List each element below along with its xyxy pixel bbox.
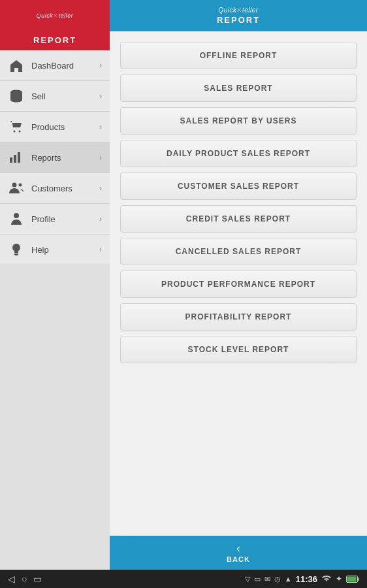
- notification-icon: ▽: [245, 575, 250, 583]
- main-content: Quick✕teller REPORT DashBoard ›: [0, 0, 367, 570]
- svg-point-2: [19, 131, 21, 133]
- svg-rect-4: [14, 155, 16, 163]
- sidebar-item-reports[interactable]: Reports ›: [0, 142, 110, 173]
- bulb-icon: [8, 241, 25, 258]
- sidebar-item-label: Profile: [31, 214, 99, 224]
- screen-icon: ▭: [254, 575, 261, 583]
- sidebar-item-label: Help: [31, 245, 99, 255]
- logo-brand: Quick✕teller: [37, 12, 74, 19]
- profitability-button[interactable]: PROFITABILITY REPORT: [120, 303, 357, 331]
- sidebar-logo: Quick✕teller: [37, 12, 74, 19]
- report-list: OFFLINE REPORT SALES REPORT SALES REPORT…: [110, 31, 367, 363]
- sidebar-item-label: Customers: [31, 184, 99, 193]
- sidebar-item-products[interactable]: Products ›: [0, 112, 110, 142]
- svg-point-8: [14, 213, 19, 218]
- battery-icon: [346, 576, 359, 583]
- status-left: ◁ ○ ▭: [8, 574, 42, 584]
- database-icon: [8, 88, 25, 105]
- right-header: Quick✕teller REPORT: [110, 0, 367, 31]
- credit-sales-button[interactable]: CREDIT SALES REPORT: [120, 205, 357, 233]
- svg-point-7: [19, 184, 22, 187]
- signal-icon: ▲: [285, 575, 292, 583]
- bluetooth-icon: ✦: [336, 574, 342, 583]
- chevron-right-icon: ›: [99, 214, 102, 223]
- sidebar-item-help[interactable]: Help ›: [0, 235, 110, 265]
- back-system-icon[interactable]: ◁: [8, 574, 15, 584]
- back-button[interactable]: ‹ BACK: [227, 542, 250, 563]
- svg-point-1: [14, 131, 16, 133]
- svg-point-6: [12, 183, 17, 188]
- svg-rect-11: [347, 576, 357, 581]
- sidebar-item-sell[interactable]: Sell ›: [0, 81, 110, 112]
- sidebar-item-label: DashBoard: [31, 61, 99, 71]
- right-panel-title: REPORT: [217, 15, 260, 25]
- back-arrow-icon: ‹: [236, 542, 240, 554]
- chevron-right-icon: ›: [99, 122, 102, 131]
- people-icon: [8, 180, 25, 197]
- sidebar: Quick✕teller REPORT DashBoard ›: [0, 0, 110, 570]
- sidebar-header: Quick✕teller: [0, 0, 110, 31]
- sidebar-item-customers[interactable]: Customers ›: [0, 173, 110, 204]
- cancelled-sales-button[interactable]: CANCELLED SALES REPORT: [120, 238, 357, 265]
- home-system-icon[interactable]: ○: [22, 574, 27, 584]
- sidebar-item-label: Sell: [31, 91, 99, 101]
- right-header-inner: Quick✕teller REPORT: [217, 7, 260, 25]
- chevron-right-icon: ›: [99, 245, 102, 254]
- offline-report-button[interactable]: OFFLINE REPORT: [120, 42, 357, 69]
- right-logo: Quick✕teller: [218, 7, 258, 14]
- right-panel: Quick✕teller REPORT OFFLINE REPORT SALES…: [110, 0, 367, 570]
- chart-icon: [8, 149, 25, 166]
- product-performance-button[interactable]: PRODUCT PERFORMANCE REPORT: [120, 270, 357, 298]
- time-display: 11:36: [296, 574, 317, 584]
- app-container: Quick✕teller REPORT DashBoard ›: [0, 0, 367, 588]
- back-label: BACK: [227, 555, 250, 563]
- status-right: ▽ ▭ ✉ ◷ ▲ 11:36 ✦: [245, 574, 359, 584]
- bottom-nav: ‹ BACK: [110, 536, 367, 570]
- sidebar-title: REPORT: [0, 31, 110, 50]
- svg-rect-3: [10, 157, 12, 163]
- chevron-right-icon: ›: [99, 61, 102, 70]
- wifi-icon: [321, 575, 332, 583]
- email-icon: ✉: [264, 575, 270, 583]
- sales-report-button[interactable]: SALES REPORT: [120, 74, 357, 102]
- sidebar-item-label: Reports: [31, 153, 99, 163]
- chevron-right-icon: ›: [99, 91, 102, 101]
- person-icon: [8, 210, 25, 227]
- daily-product-sales-button[interactable]: DAILY PRODUCT SALES REPORT: [120, 140, 357, 167]
- alarm-icon: ◷: [274, 575, 281, 583]
- sidebar-item-profile[interactable]: Profile ›: [0, 204, 110, 235]
- status-bar: ◁ ○ ▭ ▽ ▭ ✉ ◷ ▲ 11:36 ✦: [0, 570, 367, 588]
- chevron-right-icon: ›: [99, 153, 102, 162]
- cart-icon: [8, 118, 25, 135]
- recents-system-icon[interactable]: ▭: [33, 574, 42, 584]
- customer-sales-button[interactable]: CUSTOMER SALES REPORT: [120, 172, 357, 200]
- sales-report-users-button[interactable]: SALES REPORT BY USERS: [120, 107, 357, 135]
- sidebar-item-label: Products: [31, 122, 99, 132]
- stock-level-button[interactable]: STOCK LEVEL REPORT: [120, 336, 357, 363]
- svg-rect-5: [18, 152, 20, 163]
- home-icon: [8, 57, 25, 74]
- chevron-right-icon: ›: [99, 184, 102, 193]
- sidebar-item-dashboard[interactable]: DashBoard ›: [0, 50, 110, 81]
- svg-rect-10: [358, 578, 359, 581]
